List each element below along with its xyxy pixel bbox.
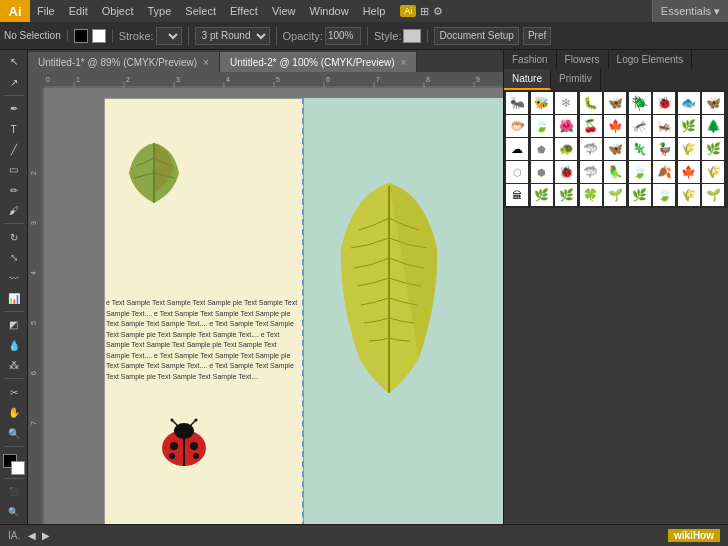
text-tool[interactable]: T [2,119,26,138]
symbol-butterfly3[interactable]: 🦋 [604,138,626,160]
panel-tab-flowers[interactable]: Flowers [557,50,609,69]
symbol-autumn1[interactable]: 🍂 [653,161,675,183]
symbol-lizard[interactable]: 🦎 [629,138,651,160]
prev-artboard-button[interactable]: ◀ [28,530,36,541]
symbol-caterpillar[interactable]: 🐛 [580,92,602,114]
warp-tool[interactable]: 〰 [2,268,26,287]
symbol-clover[interactable]: 🍀 [580,184,602,206]
brush-tool[interactable]: 🖌 [2,201,26,220]
eyedropper-tool[interactable]: 💧 [2,336,26,355]
select-tool[interactable]: ↖ [2,52,26,71]
symbol-fish1[interactable]: 🐟 [678,92,700,114]
opacity-input[interactable] [325,27,361,45]
blend-tool[interactable]: ⁂ [2,356,26,375]
pencil-tool[interactable]: ✏ [2,181,26,200]
menu-view[interactable]: View [265,0,303,22]
panel-tab-fashion[interactable]: Fashion [504,50,557,69]
symbol-butterfly[interactable]: 🦋 [604,92,626,114]
workspace-selector[interactable]: Essentials ▾ [652,0,728,22]
symbol-mosquito[interactable]: 🦟 [629,115,651,137]
symbol-leaf3[interactable]: 🍃 [653,184,675,206]
pref-button[interactable]: Pref [523,27,551,45]
symbol-wheat2[interactable]: 🌾 [702,161,724,183]
symbol-maple[interactable]: 🍁 [604,115,626,137]
hand-tool[interactable]: ✋ [2,403,26,422]
symbol-herb3[interactable]: 🌿 [629,184,651,206]
symbol-bee[interactable]: 🐝 [531,92,553,114]
panel-tab-primitives[interactable]: Primitiv [551,69,601,90]
menu-select[interactable]: Select [178,0,223,22]
symbol-shark[interactable]: 🦈 [580,138,602,160]
tab-untitled2[interactable]: Untitled-2* @ 100% (CMYK/Preview) × [220,52,418,72]
symbol-leaf1[interactable]: 🍃 [531,115,553,137]
symbol-rock3[interactable]: ⬢ [531,161,553,183]
scale-tool[interactable]: ⤡ [2,248,26,267]
symbol-house[interactable]: 🏛 [506,184,528,206]
next-artboard-button[interactable]: ▶ [42,530,50,541]
line-tool[interactable]: ╱ [2,140,26,159]
symbol-grass1[interactable]: 🌿 [678,115,700,137]
rotate-tool[interactable]: ↻ [2,227,26,246]
symbol-leaf2[interactable]: 🍃 [629,161,651,183]
panel-tab-nature[interactable]: Nature [504,69,551,90]
symbol-fish2[interactable]: 🐡 [506,115,528,137]
ladybug [154,418,214,468]
symbol-pine[interactable]: 🌲 [702,115,724,137]
symbol-beetle[interactable]: 🪲 [629,92,651,114]
symbol-cloud[interactable]: ☁ [506,138,528,160]
symbol-herb2[interactable]: 🌿 [555,184,577,206]
symbol-wheat3[interactable]: 🌾 [678,184,700,206]
zoom-tool[interactable]: 🔍 [2,423,26,442]
menu-edit[interactable]: Edit [62,0,95,22]
symbol-ladybug-1[interactable]: 🐞 [653,92,675,114]
symbol-butterfly2[interactable]: 🦋 [702,92,724,114]
symbol-grass2[interactable]: 🌿 [531,184,553,206]
panel-tab-logo[interactable]: Logo Elements [609,50,693,69]
symbol-maple2[interactable]: 🍁 [678,161,700,183]
menu-file[interactable]: File [30,0,62,22]
menu-effect[interactable]: Effect [223,0,265,22]
symbol-parrot[interactable]: 🦜 [604,161,626,183]
slice-tool[interactable]: ✂ [2,382,26,401]
symbol-cherry[interactable]: 🍒 [580,115,602,137]
style-box[interactable] [403,29,421,43]
symbol-herb[interactable]: 🌿 [702,138,724,160]
menu-window[interactable]: Window [303,0,356,22]
menu-type[interactable]: Type [141,0,179,22]
symbol-cricket[interactable]: 🦗 [653,115,675,137]
background-color[interactable] [11,461,25,475]
pen-tool[interactable]: ✒ [2,99,26,118]
symbol-rock1[interactable]: ⬟ [531,138,553,160]
graph-tool[interactable]: 📊 [2,289,26,308]
gradient-tool[interactable]: ◩ [2,315,26,334]
symbol-seedling[interactable]: 🌱 [604,184,626,206]
symbol-turtle[interactable]: 🐢 [555,138,577,160]
shape-tool[interactable]: ▭ [2,160,26,179]
document-setup-button[interactable]: Document Setup [434,27,519,45]
tab-untitled1[interactable]: Untitled-1* @ 89% (CMYK/Preview) × [28,52,220,72]
menu-help[interactable]: Help [356,0,393,22]
close-tab-1[interactable]: × [203,57,209,68]
weight-select[interactable]: 3 pt Round [195,27,270,45]
canvas-viewport[interactable]: e Text Sample Text Sample Text Sample pl… [44,88,503,524]
symbol-ant[interactable]: 🐜 [506,92,528,114]
symbol-flower1[interactable]: 🌺 [555,115,577,137]
symbol-ladybug2[interactable]: 🐞 [555,161,577,183]
close-tab-2[interactable]: × [401,57,407,68]
screen-mode[interactable]: ⬛ [2,482,26,501]
svg-text:4: 4 [30,271,37,275]
symbol-duck[interactable]: 🦆 [653,138,675,160]
menu-object[interactable]: Object [95,0,141,22]
symbol-snowflake[interactable]: ❄ [555,92,577,114]
stroke-color-box[interactable] [92,29,106,43]
tool-divider-5 [4,446,24,447]
fill-color-box[interactable] [74,29,88,43]
symbol-seedling2[interactable]: 🌱 [702,184,724,206]
symbol-rock2[interactable]: ⬡ [506,161,528,183]
symbol-shark2[interactable]: 🦈 [580,161,602,183]
stroke-select[interactable] [156,27,182,45]
symbol-wheat[interactable]: 🌾 [678,138,700,160]
color-selector[interactable] [3,454,25,475]
zoom-search[interactable]: 🔍 [2,503,26,522]
direct-select-tool[interactable]: ↗ [2,72,26,91]
